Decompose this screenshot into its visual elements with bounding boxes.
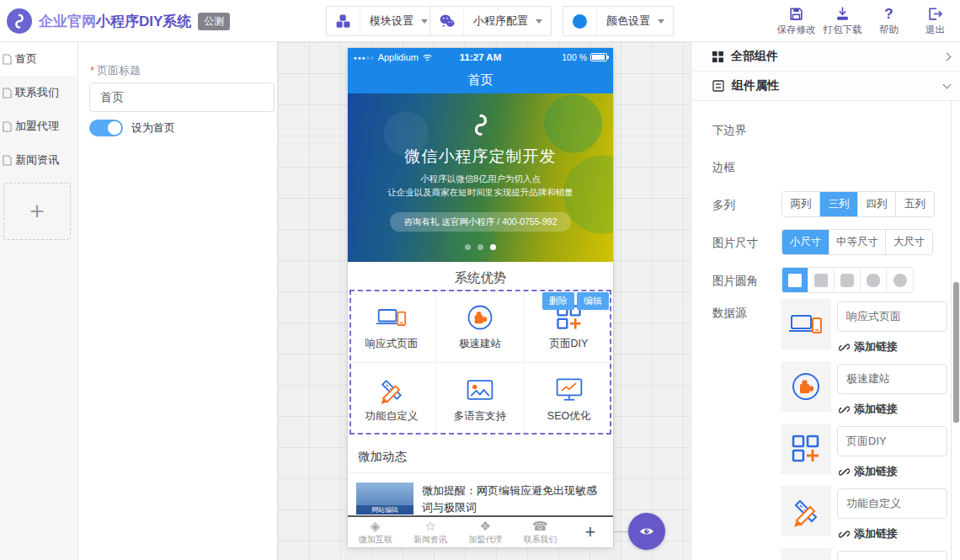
multi-language-icon: [781, 548, 831, 560]
banner-subtitle-2: 让企业以及商家在短时间里实现提升品牌和销量: [348, 187, 613, 199]
size-option-small-selected[interactable]: 小尺寸: [782, 230, 829, 254]
columns-option-4[interactable]: 四列: [858, 192, 896, 216]
save-icon: [773, 4, 819, 22]
caret-down-icon: [658, 19, 664, 24]
download-button[interactable]: 打包下载: [819, 4, 866, 36]
grid-cell-label: 功能自定义: [365, 409, 419, 424]
add-link-label: 添加链接: [854, 339, 898, 355]
radius-option-small[interactable]: [808, 268, 835, 292]
tabbar-add-button[interactable]: +: [568, 517, 613, 547]
download-label: 打包下载: [819, 24, 866, 36]
battery-icon: [590, 53, 607, 61]
add-link-button[interactable]: 添加链接: [839, 464, 898, 479]
size-option-medium[interactable]: 中等尺寸: [829, 230, 886, 254]
responsive-page-icon: [376, 302, 407, 333]
all-components-label: 全部组件: [731, 49, 778, 64]
banner-carousel[interactable]: 微信小程序定制开发 小程序以微信8亿用户为切入点 让企业以及商家在短时间里实现提…: [348, 93, 613, 262]
tab-label: 联系我们: [523, 534, 557, 546]
add-link-label: 添加链接: [854, 402, 898, 417]
help-button[interactable]: ? 帮助: [866, 4, 912, 36]
save-label: 保存修改: [773, 24, 819, 36]
module-settings-label: 模块设置: [360, 13, 421, 29]
datasource-item: [781, 548, 951, 560]
editor-canvas: ●●●○○ Applidium 11:27 AM 100 % 首页 微信小程序定…: [278, 42, 691, 560]
news-list-item[interactable]: 网站编辑 微加提醒：网页编辑应避免出现敏感词与极限词: [348, 473, 613, 515]
plus-icon: +: [29, 197, 45, 226]
selection-actions: 删除 编辑: [542, 292, 609, 310]
datasource-title-input[interactable]: [837, 551, 947, 560]
grid-cell-responsive[interactable]: 响应式页面: [348, 291, 436, 363]
advantages-grid-component[interactable]: 响应式页面 极速建站 页面DIY 功能自定义 多语言支持 SEO优化: [348, 291, 613, 435]
datasource-item: 添加链接: [781, 361, 951, 413]
module-settings-dropdown[interactable]: 模块设置: [326, 6, 437, 36]
eye-icon: [638, 523, 655, 540]
phone-icon: ☎: [532, 520, 548, 533]
preview-eye-button[interactable]: [628, 513, 665, 550]
image-radius-control: [781, 267, 914, 293]
link-icon: [839, 404, 850, 415]
datasource-title-input[interactable]: [837, 488, 947, 519]
sidebar-item-label: 联系我们: [15, 85, 59, 100]
news-component[interactable]: 微加动态 网站编辑 微加提醒：网页编辑应避免出现敏感词与极限词: [348, 435, 613, 515]
exit-button[interactable]: 退出: [912, 4, 958, 36]
page-title-input[interactable]: [89, 83, 275, 112]
tab-news[interactable]: ☆ 新闻资讯: [403, 517, 457, 547]
size-option-large[interactable]: 大尺寸: [886, 230, 932, 254]
wechat-icon: [430, 7, 464, 35]
tab-label: 微加互联: [359, 534, 392, 546]
inspector-scrollbar-track[interactable]: [951, 101, 960, 560]
add-link-button[interactable]: 添加链接: [839, 526, 898, 541]
image-size-segmented-control: 小尺寸 中等尺寸 大尺寸: [781, 229, 933, 255]
image-radius-label: 图片圆角: [712, 274, 758, 289]
tab-agent[interactable]: ❖ 加盟代理: [458, 517, 513, 547]
grid-cell-seo[interactable]: SEO优化: [525, 363, 613, 435]
radius-option-circle[interactable]: [887, 268, 913, 292]
datasource-title-input[interactable]: [837, 426, 947, 456]
grid-cell-custom[interactable]: 功能自定义: [348, 363, 436, 435]
component-properties-header[interactable]: 组件属性: [691, 72, 960, 101]
grid-cell-multilang[interactable]: 多语言支持: [436, 363, 525, 435]
columns-option-3-selected[interactable]: 三列: [820, 192, 858, 216]
carousel-dot[interactable]: [477, 244, 483, 250]
sidebar-item-label: 首页: [15, 51, 37, 67]
radius-option-none-selected[interactable]: [782, 268, 808, 292]
sidebar-item-news[interactable]: 新闻资讯: [0, 143, 77, 177]
radius-option-medium[interactable]: [835, 268, 861, 292]
grid-cell-speed[interactable]: 极速建站: [436, 291, 525, 363]
edit-component-button[interactable]: 编辑: [577, 292, 609, 310]
help-icon: ?: [866, 4, 912, 22]
phone-preview: ●●●○○ Applidium 11:27 AM 100 % 首页 微信小程序定…: [348, 48, 613, 547]
add-link-button[interactable]: 添加链接: [839, 402, 898, 417]
add-page-button[interactable]: +: [3, 183, 71, 240]
plus-icon: +: [585, 521, 596, 543]
miniprogram-config-dropdown[interactable]: 小程序配置: [429, 6, 552, 36]
set-home-toggle[interactable]: [89, 120, 123, 136]
radius-option-large[interactable]: [861, 268, 887, 292]
datasource-label: 数据源: [712, 306, 747, 321]
carousel-dot-active[interactable]: [490, 244, 496, 250]
grid-cell-label: 极速建站: [459, 337, 501, 351]
phone-nav-title: 首页: [348, 67, 613, 93]
color-settings-dropdown[interactable]: 颜色设置: [563, 6, 674, 36]
tab-weijia[interactable]: ◈ 微加互联: [348, 517, 403, 547]
datasource-title-input[interactable]: [837, 364, 947, 394]
inspector-scrollbar-thumb[interactable]: [953, 282, 959, 423]
banner-cta-pill[interactable]: 咨询有礼 送官网小程序 / 400-0755-992: [390, 212, 570, 232]
tab-contact[interactable]: ☎ 联系我们: [513, 517, 568, 547]
carousel-dot[interactable]: [465, 244, 471, 250]
columns-option-2[interactable]: 两列: [782, 192, 820, 216]
delete-component-button[interactable]: 删除: [542, 292, 574, 310]
tab-label: 新闻资讯: [413, 534, 447, 546]
save-button[interactable]: 保存修改: [773, 4, 819, 36]
datasource-title-input[interactable]: [837, 301, 947, 332]
sidebar-item-agent[interactable]: 加盟代理: [0, 109, 77, 143]
seo-icon: [554, 375, 584, 405]
page-icon: [3, 155, 12, 166]
multi-language-icon: [465, 375, 495, 405]
add-link-button[interactable]: 添加链接: [839, 339, 898, 355]
sidebar-item-home[interactable]: 首页: [0, 42, 77, 76]
sidebar-item-contact[interactable]: 联系我们: [0, 76, 77, 109]
all-components-header[interactable]: 全部组件: [691, 42, 960, 72]
required-mark: *: [90, 64, 94, 77]
columns-option-5[interactable]: 五列: [896, 192, 934, 216]
